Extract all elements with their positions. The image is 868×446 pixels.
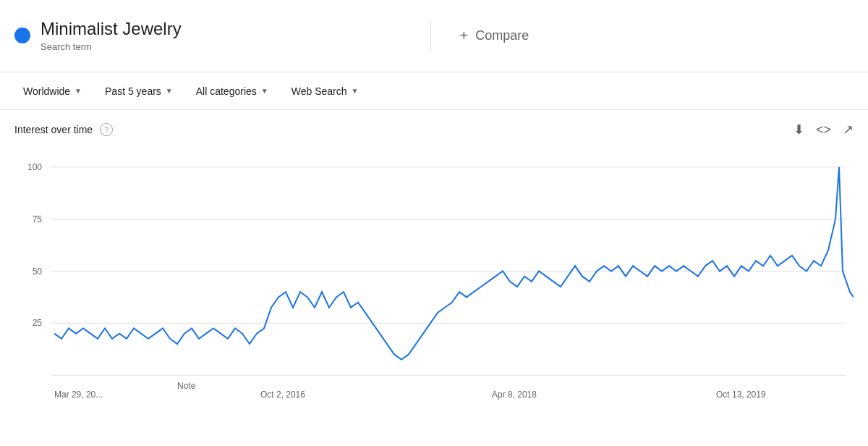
svg-text:Mar 29, 20...: Mar 29, 20... xyxy=(54,390,103,400)
download-icon[interactable]: ⬇ xyxy=(793,122,804,138)
term-text: Minimalist Jewelry Search term xyxy=(41,19,182,53)
search-type-chevron: ▼ xyxy=(351,87,358,95)
svg-text:100: 100 xyxy=(27,162,42,172)
period-chevron: ▼ xyxy=(166,87,173,95)
compare-section[interactable]: + Compare xyxy=(431,28,854,44)
svg-text:75: 75 xyxy=(33,214,43,224)
share-icon[interactable]: ↗ xyxy=(843,122,854,138)
chart-header: Interest over time ? ⬇ <> ↗ xyxy=(14,122,854,138)
embed-icon[interactable]: <> xyxy=(816,122,831,138)
search-type-label: Web Search xyxy=(292,85,347,97)
svg-text:Oct 2, 2016: Oct 2, 2016 xyxy=(260,390,305,400)
svg-text:Note: Note xyxy=(177,380,196,390)
region-chevron: ▼ xyxy=(75,87,82,95)
help-icon[interactable]: ? xyxy=(100,123,113,136)
svg-text:25: 25 xyxy=(33,318,43,328)
svg-text:Apr 8, 2018: Apr 8, 2018 xyxy=(492,390,537,400)
chart-area: Interest over time ? ⬇ <> ↗ 100 75 50 25… xyxy=(0,110,868,427)
chart-container: 100 75 50 25 Mar 29, 20... Oct 2, 2016 A… xyxy=(14,145,854,427)
region-filter[interactable]: Worldwide ▼ xyxy=(14,80,90,103)
plus-icon: + xyxy=(460,28,469,44)
region-label: Worldwide xyxy=(23,85,70,97)
page-header: Minimalist Jewelry Search term + Compare xyxy=(0,0,868,72)
search-term-type: Search term xyxy=(41,41,92,52)
svg-text:50: 50 xyxy=(33,266,43,276)
search-term-title: Minimalist Jewelry xyxy=(41,19,182,40)
svg-text:Oct 13, 2019: Oct 13, 2019 xyxy=(716,390,766,400)
chart-actions: ⬇ <> ↗ xyxy=(793,122,854,138)
categories-chevron: ▼ xyxy=(261,87,268,95)
period-label: Past 5 years xyxy=(105,85,161,97)
search-type-filter[interactable]: Web Search ▼ xyxy=(283,80,367,103)
filters-bar: Worldwide ▼ Past 5 years ▼ All categorie… xyxy=(0,72,868,110)
period-filter[interactable]: Past 5 years ▼ xyxy=(96,80,182,103)
term-dot xyxy=(14,28,30,43)
categories-label: All categories xyxy=(196,85,257,97)
chart-title: Interest over time xyxy=(14,124,93,135)
search-term-section: Minimalist Jewelry Search term xyxy=(14,19,431,53)
chart-title-group: Interest over time ? xyxy=(14,123,113,136)
categories-filter[interactable]: All categories ▼ xyxy=(187,80,277,103)
compare-label: Compare xyxy=(475,28,529,43)
trend-chart: 100 75 50 25 Mar 29, 20... Oct 2, 2016 A… xyxy=(14,145,854,427)
